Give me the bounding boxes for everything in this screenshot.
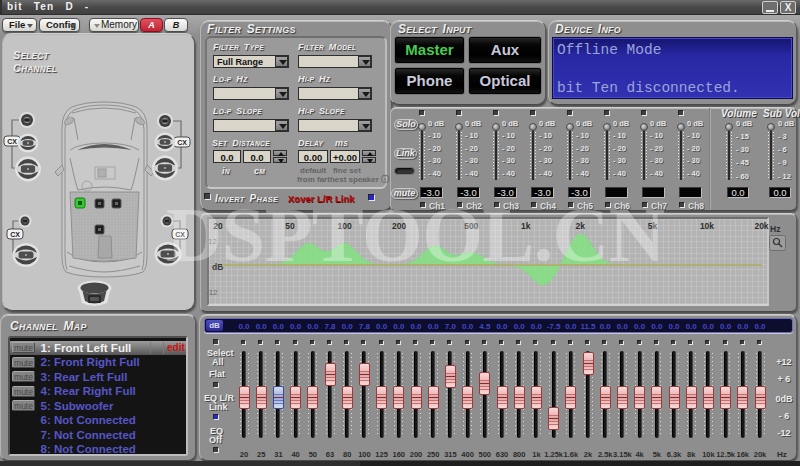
svg-text:CX: CX [7,138,17,145]
svg-text:CX: CX [10,231,20,238]
svg-text:CX: CX [177,139,187,146]
